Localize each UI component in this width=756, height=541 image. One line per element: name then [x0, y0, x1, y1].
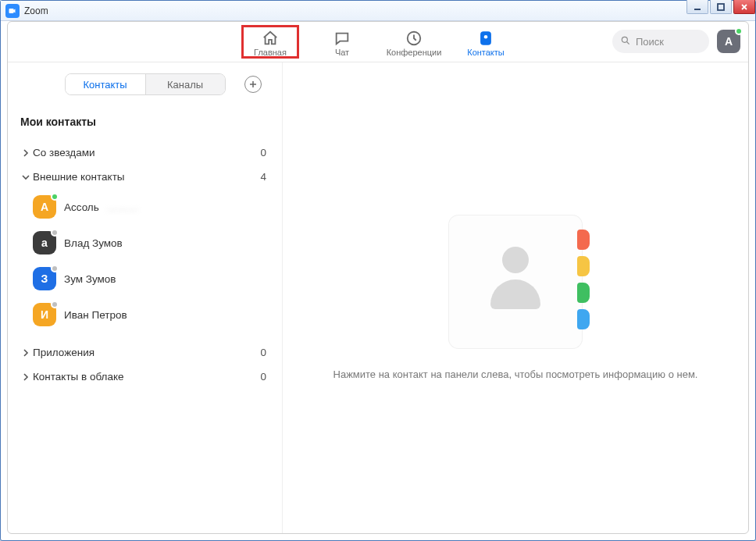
seg-contacts[interactable]: Контакты: [66, 74, 145, 94]
contact-name: Влад Зумов: [64, 237, 123, 249]
contact-surname-blurred: ………: [107, 201, 139, 213]
section-title: Мои контакты: [20, 116, 274, 128]
group-count: 4: [260, 171, 271, 183]
illustration-tab: [577, 230, 590, 250]
illustration-tab: [577, 256, 590, 276]
sidebar: Контакты Каналы Мои контакты Со звездами…: [8, 62, 283, 533]
contact-avatar: А: [33, 195, 56, 219]
group-starred[interactable]: Со звездами 0: [16, 141, 274, 165]
user-initial: A: [725, 35, 733, 48]
svg-point-4: [484, 35, 488, 39]
contact-item[interactable]: аВлад Зумов: [16, 225, 274, 261]
contact-avatar: И: [33, 303, 56, 326]
contact-avatar: а: [33, 231, 56, 254]
svg-point-5: [622, 37, 627, 42]
contact-name: Ассоль: [64, 201, 99, 213]
contacts-icon: [477, 30, 494, 47]
close-button[interactable]: [733, 0, 755, 14]
chevron-right-icon: [19, 373, 33, 381]
status-icon: [51, 265, 59, 272]
zoom-logo-icon: [5, 4, 20, 18]
search-placeholder: Поиск: [636, 36, 664, 48]
nav-tab-label: Чат: [335, 48, 349, 57]
sidebar-seg: Контакты Каналы: [65, 73, 226, 95]
main-panel: Нажмите на контакт на панели слева, чтоб…: [283, 62, 748, 533]
nav-tab-label: Конференции: [387, 48, 442, 57]
contact-name: Иван Петров: [64, 309, 127, 321]
body: Контакты Каналы Мои контакты Со звездами…: [8, 62, 748, 533]
person-icon: [484, 247, 547, 317]
chevron-down-icon: [19, 173, 33, 181]
nav-tab-contacts[interactable]: Контакты: [458, 27, 513, 57]
illustration-tab: [577, 309, 590, 329]
group-label: Внешние контакты: [33, 171, 260, 183]
group-cloud[interactable]: Контакты в облаке 0: [16, 365, 274, 389]
maximize-button[interactable]: [710, 0, 732, 14]
search-input[interactable]: Поиск: [612, 30, 709, 53]
external-contacts-list: ААссоль………аВлад ЗумовЗЗум ЗумовИИван Пет…: [16, 189, 274, 333]
sidebar-tabs-row: Контакты Каналы: [16, 73, 274, 95]
search-icon: [620, 35, 631, 48]
group-count: 0: [260, 147, 271, 158]
app-frame: Главная Чат Конференции: [7, 21, 749, 534]
contact-avatar: З: [33, 267, 56, 290]
chevron-right-icon: [19, 149, 33, 157]
seg-channels[interactable]: Каналы: [145, 74, 225, 94]
titlebar: Zoom: [1, 1, 755, 21]
toolbar-right: Поиск A: [612, 30, 740, 53]
group-external[interactable]: Внешние контакты 4: [16, 165, 274, 189]
chat-icon: [333, 30, 351, 47]
clock-icon: [405, 30, 423, 47]
status-online-icon: [735, 27, 743, 35]
user-avatar-button[interactable]: A: [717, 30, 740, 53]
home-icon: [262, 30, 279, 47]
contact-item[interactable]: ЗЗум Зумов: [16, 261, 274, 297]
svg-rect-0: [694, 9, 701, 10]
nav-tab-meetings[interactable]: Конференции: [387, 27, 441, 57]
nav-tab-home[interactable]: Главная: [243, 27, 298, 57]
empty-hint: Нажмите на контакт на панели слева, чтоб…: [333, 368, 698, 380]
status-icon: [51, 301, 59, 308]
status-icon: [51, 229, 59, 237]
contacts-empty-illustration: [449, 215, 582, 348]
contact-name: Зум Зумов: [64, 273, 116, 285]
add-contact-button[interactable]: [244, 76, 262, 93]
contact-item[interactable]: ИИван Петров: [16, 297, 274, 333]
nav-tabs: Главная Чат Конференции: [243, 27, 513, 57]
status-icon: [51, 193, 59, 201]
group-label: Приложения: [33, 347, 260, 358]
contact-item[interactable]: ААссоль………: [16, 189, 274, 225]
group-count: 0: [260, 371, 271, 383]
group-label: Контакты в облаке: [33, 371, 260, 383]
toolbar: Главная Чат Конференции: [8, 22, 748, 62]
group-apps[interactable]: Приложения 0: [16, 340, 274, 365]
group-label: Со звездами: [33, 147, 260, 158]
window-buttons: [686, 0, 755, 14]
window-title: Zoom: [24, 5, 48, 16]
nav-tab-label: Главная: [254, 48, 287, 57]
nav-tab-label: Контакты: [467, 48, 505, 57]
illustration-tab: [577, 283, 590, 303]
minimize-button[interactable]: [686, 0, 708, 14]
svg-rect-1: [718, 4, 724, 10]
chevron-right-icon: [19, 349, 33, 357]
app-window: Zoom Главная: [0, 0, 756, 541]
group-count: 0: [260, 347, 271, 358]
nav-tab-chat[interactable]: Чат: [315, 27, 369, 57]
